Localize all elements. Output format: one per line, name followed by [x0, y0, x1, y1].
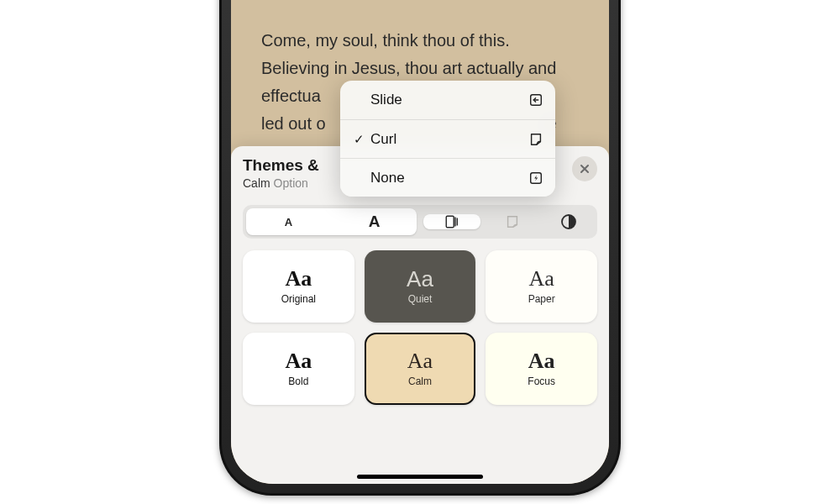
invert-colors-button[interactable]	[540, 213, 597, 230]
bolt-box-icon	[525, 171, 543, 186]
theme-sample-glyph: Aa	[285, 268, 312, 290]
menu-item-slide[interactable]: Slide	[340, 81, 555, 119]
theme-sample-glyph: Aa	[529, 268, 554, 290]
theme-sample-glyph: Aa	[285, 350, 312, 372]
theme-label: Bold	[288, 375, 308, 387]
arrow-into-box-icon	[525, 92, 543, 108]
reader-line-fragment: led out o	[261, 114, 326, 133]
appearance-toolbar: A A	[243, 205, 597, 239]
menu-item-none[interactable]: None	[340, 158, 555, 197]
theme-sample-glyph: Aa	[407, 350, 433, 372]
theme-sample-glyph: Aa	[407, 268, 433, 290]
reader-line: Come, my soul, think thou of this.	[261, 31, 510, 50]
page-curl-icon	[505, 214, 520, 229]
theme-label: Quiet	[408, 293, 433, 305]
reader-line-fragment: effectua	[261, 87, 321, 105]
theme-label: Paper	[528, 293, 555, 305]
menu-item-label: None	[367, 170, 525, 186]
font-size-decrease-button[interactable]: A	[246, 216, 331, 228]
theme-label: Original	[281, 293, 316, 305]
theme-label: Focus	[528, 375, 555, 387]
close-icon	[580, 162, 590, 176]
theme-focus[interactable]: Aa Focus	[486, 333, 597, 405]
menu-item-curl[interactable]: ✓ Curl	[340, 119, 555, 158]
current-theme-name: Calm	[243, 176, 270, 190]
theme-calm[interactable]: Aa Calm	[365, 333, 476, 405]
menu-item-label: Slide	[367, 92, 525, 108]
subtitle-options-word: Option	[274, 176, 308, 190]
svg-rect-0	[446, 216, 454, 228]
theme-bold[interactable]: Aa Bold	[243, 333, 354, 405]
page-transition-button[interactable]	[484, 214, 541, 229]
home-indicator[interactable]	[357, 475, 483, 479]
theme-original[interactable]: Aa Original	[243, 250, 354, 323]
themes-settings-sheet: Themes & Calm Option A	[231, 146, 609, 484]
columns-icon	[444, 214, 459, 229]
theme-sample-glyph: Aa	[528, 350, 555, 372]
theme-quiet[interactable]: Aa Quiet	[365, 250, 476, 323]
menu-item-label: Curl	[367, 131, 525, 148]
page-transition-menu: Slide ✓ Curl	[340, 81, 555, 197]
close-sheet-button[interactable]	[572, 156, 597, 181]
phone-frame: Come, my soul, think thou of this. Belie…	[219, 0, 621, 496]
checkmark-icon: ✓	[350, 132, 367, 147]
font-size-increase-button[interactable]: A	[332, 213, 417, 231]
contrast-circle-icon	[560, 213, 577, 230]
theme-paper[interactable]: Aa Paper	[486, 250, 597, 323]
theme-label: Calm	[408, 375, 432, 387]
reader-line: Believing in Jesus, thou art actually an…	[261, 59, 556, 77]
page-curl-icon	[525, 132, 543, 147]
phone-screen: Come, my soul, think thou of this. Belie…	[231, 0, 609, 484]
scroll-mode-button[interactable]	[423, 214, 480, 229]
